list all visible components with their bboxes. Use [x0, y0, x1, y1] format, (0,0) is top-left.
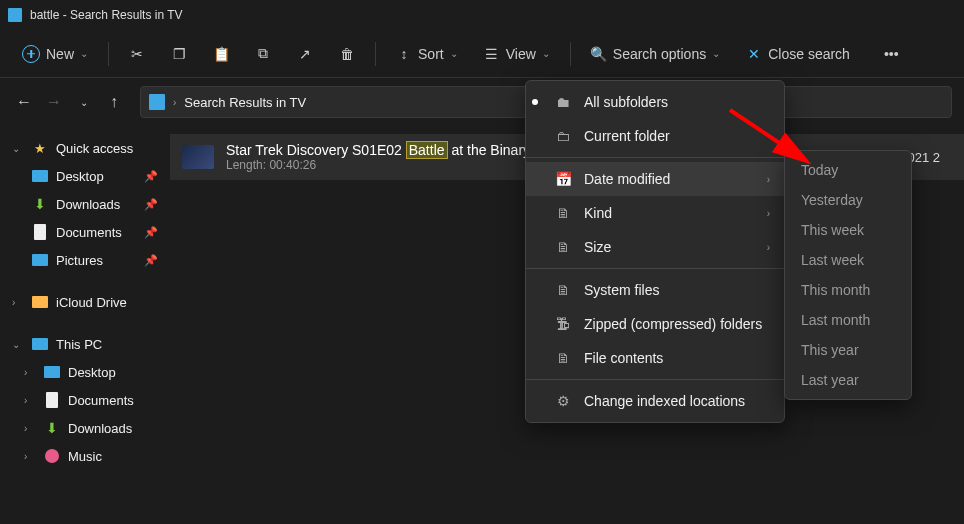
view-label: View — [506, 46, 536, 62]
menu-label: Yesterday — [801, 192, 863, 208]
submenu-last-week[interactable]: Last week — [785, 245, 911, 275]
more-icon: ••• — [884, 46, 899, 62]
titlebar: battle - Search Results in TV — [0, 0, 964, 30]
menu-date-modified[interactable]: 📅 Date modified › — [526, 162, 784, 196]
up-button[interactable]: ↑ — [102, 90, 126, 114]
date-submenu: Today Yesterday This week Last week This… — [784, 150, 912, 400]
forward-button[interactable]: → — [42, 90, 66, 114]
sidebar-item-quick-access[interactable]: ⌄ ★ Quick access — [0, 134, 170, 162]
kind-icon: 🗎 — [554, 204, 572, 222]
share-icon: ↗ — [297, 46, 313, 62]
cut-button[interactable]: ✂ — [119, 40, 155, 68]
menu-label: Change indexed locations — [584, 393, 745, 409]
sidebar-label: Downloads — [56, 197, 120, 212]
submenu-last-year[interactable]: Last year — [785, 365, 911, 395]
sidebar-label: Pictures — [56, 253, 103, 268]
sidebar-item-downloads[interactable]: ⬇ Downloads 📌 — [0, 190, 170, 218]
menu-separator — [526, 379, 784, 380]
close-icon: ✕ — [746, 46, 762, 62]
copy-button[interactable]: ❐ — [161, 40, 197, 68]
folder-icon — [32, 294, 48, 310]
menu-system-files[interactable]: 🗎 System files — [526, 273, 784, 307]
separator — [570, 42, 571, 66]
chevron-right-icon: › — [767, 208, 770, 219]
video-thumbnail — [182, 145, 214, 169]
pin-icon: 📌 — [144, 198, 158, 211]
sidebar-label: Documents — [56, 225, 122, 240]
sidebar-item-pc-music[interactable]: › Music — [0, 442, 170, 470]
sidebar-item-this-pc[interactable]: ⌄ This PC — [0, 330, 170, 358]
sort-button[interactable]: ↕ Sort ⌄ — [386, 40, 468, 68]
sidebar-item-desktop[interactable]: Desktop 📌 — [0, 162, 170, 190]
close-search-button[interactable]: ✕ Close search — [736, 40, 860, 68]
sidebar: ⌄ ★ Quick access Desktop 📌 ⬇ Downloads 📌… — [0, 126, 170, 524]
back-button[interactable]: ← — [12, 90, 36, 114]
menu-all-subfolders[interactable]: 🖿 All subfolders — [526, 85, 784, 119]
menu-label: This week — [801, 222, 864, 238]
paste-button[interactable]: 📋 — [203, 40, 239, 68]
search-icon: 🔍 — [591, 46, 607, 62]
new-button[interactable]: New ⌄ — [12, 39, 98, 69]
submenu-this-month[interactable]: This month — [785, 275, 911, 305]
desktop-icon — [32, 168, 48, 184]
chevron-right-icon: › — [24, 451, 36, 462]
menu-label: All subfolders — [584, 94, 668, 110]
address-text: Search Results in TV — [184, 95, 306, 110]
sidebar-item-pc-documents[interactable]: › Documents — [0, 386, 170, 414]
menu-label: Last week — [801, 252, 864, 268]
pin-icon: 📌 — [144, 226, 158, 239]
menu-file-contents[interactable]: 🗎 File contents — [526, 341, 784, 375]
sidebar-label: Desktop — [68, 365, 116, 380]
menu-kind[interactable]: 🗎 Kind › — [526, 196, 784, 230]
pin-icon: 📌 — [144, 254, 158, 267]
menu-label: Today — [801, 162, 838, 178]
folder-icon — [149, 94, 165, 110]
menu-current-folder[interactable]: 🗀 Current folder — [526, 119, 784, 153]
submenu-yesterday[interactable]: Yesterday — [785, 185, 911, 215]
chevron-down-icon: ⌄ — [712, 48, 720, 59]
share-button[interactable]: ↗ — [287, 40, 323, 68]
submenu-this-year[interactable]: This year — [785, 335, 911, 365]
document-icon — [44, 392, 60, 408]
view-button[interactable]: ☰ View ⌄ — [474, 40, 560, 68]
sort-label: Sort — [418, 46, 444, 62]
menu-size[interactable]: 🗎 Size › — [526, 230, 784, 264]
close-search-label: Close search — [768, 46, 850, 62]
sidebar-label: Desktop — [56, 169, 104, 184]
sidebar-item-pc-desktop[interactable]: › Desktop — [0, 358, 170, 386]
view-icon: ☰ — [484, 46, 500, 62]
picture-icon — [32, 252, 48, 268]
chevron-right-icon: › — [24, 423, 36, 434]
sidebar-item-pc-downloads[interactable]: › ⬇ Downloads — [0, 414, 170, 442]
subfolders-icon: 🖿 — [554, 93, 572, 111]
menu-label: Date modified — [584, 171, 670, 187]
submenu-last-month[interactable]: Last month — [785, 305, 911, 335]
chevron-right-icon: › — [24, 395, 36, 406]
copy-icon: ❐ — [171, 46, 187, 62]
sidebar-item-pictures[interactable]: Pictures 📌 — [0, 246, 170, 274]
submenu-today[interactable]: Today — [785, 155, 911, 185]
more-button[interactable]: ••• — [874, 40, 909, 68]
folder-icon: 🗀 — [554, 127, 572, 145]
bullet-icon — [532, 99, 538, 105]
menu-change-indexed[interactable]: ⚙ Change indexed locations — [526, 384, 784, 418]
recent-button[interactable]: ⌄ — [72, 90, 96, 114]
sidebar-item-icloud[interactable]: › iCloud Drive — [0, 288, 170, 316]
search-options-button[interactable]: 🔍 Search options ⌄ — [581, 40, 730, 68]
title-prefix: Star Trek Discovery S01E02 — [226, 142, 406, 158]
chevron-right-icon: › — [767, 242, 770, 253]
sidebar-item-documents[interactable]: Documents 📌 — [0, 218, 170, 246]
result-title: Star Trek Discovery S01E02 Battle at the… — [226, 142, 530, 158]
menu-zipped[interactable]: 🗜 Zipped (compressed) folders — [526, 307, 784, 341]
sort-icon: ↕ — [396, 46, 412, 62]
submenu-this-week[interactable]: This week — [785, 215, 911, 245]
chevron-down-icon: ⌄ — [80, 48, 88, 59]
star-icon: ★ — [32, 140, 48, 156]
delete-button[interactable]: 🗑 — [329, 40, 365, 68]
download-icon: ⬇ — [32, 196, 48, 212]
rename-button[interactable]: ⧉ — [245, 40, 281, 68]
system-icon: 🗎 — [554, 281, 572, 299]
chevron-right-icon: › — [12, 297, 24, 308]
menu-label: System files — [584, 282, 659, 298]
zip-icon: 🗜 — [554, 315, 572, 333]
